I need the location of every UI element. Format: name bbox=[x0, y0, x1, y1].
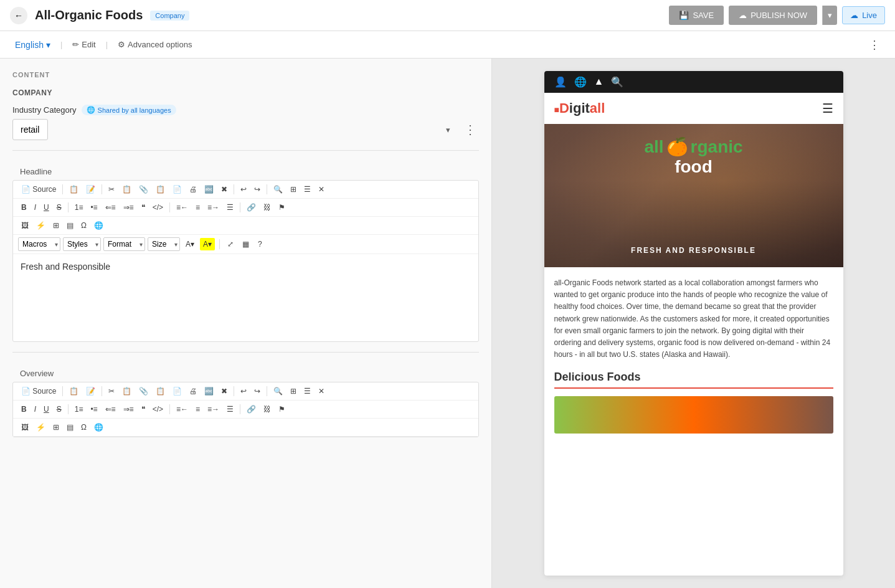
publish-arrow-button[interactable]: ▾ bbox=[822, 6, 837, 25]
clear-button[interactable]: ✕ bbox=[315, 183, 328, 196]
unordered-list-button[interactable]: •≡ bbox=[87, 201, 100, 214]
special-char-button[interactable]: Ω bbox=[78, 219, 90, 232]
advanced-options-button[interactable]: ⚙ Advanced options bbox=[113, 37, 197, 52]
save-button[interactable]: 💾 SAVE bbox=[669, 6, 724, 25]
ov-align-left-button[interactable]: ≡← bbox=[173, 403, 191, 415]
ov-paste-word-button[interactable]: 📄 bbox=[169, 385, 185, 397]
ov-outdent-button[interactable]: ⇐≡ bbox=[102, 403, 119, 415]
iframe-button[interactable]: ▤ bbox=[64, 219, 77, 232]
ov-cut-button[interactable]: ✂ bbox=[105, 385, 118, 397]
blockquote-button[interactable]: ❝ bbox=[138, 201, 148, 214]
live-button[interactable]: ☁ Live bbox=[842, 6, 885, 24]
ov-paste-button[interactable]: 📎 bbox=[136, 385, 151, 397]
indent-button[interactable]: ⇒≡ bbox=[120, 201, 137, 214]
templates-button[interactable]: 📝 bbox=[83, 183, 98, 196]
ov-copy-button[interactable]: 📋 bbox=[119, 385, 135, 397]
paste-button[interactable]: 📎 bbox=[136, 183, 151, 196]
ov-undo-button[interactable]: ↩ bbox=[237, 385, 250, 397]
italic-button[interactable]: I bbox=[31, 201, 39, 214]
ov-paste-text-button[interactable]: 📋 bbox=[153, 385, 168, 397]
ov-clear-button[interactable]: ✕ bbox=[315, 385, 328, 397]
ov-italic-button[interactable]: I bbox=[31, 403, 39, 415]
copy-button[interactable]: 📋 bbox=[119, 183, 135, 196]
align-button[interactable]: ☰ bbox=[301, 183, 314, 196]
ov-spell-button[interactable]: 🔤 bbox=[201, 385, 217, 397]
ov-redo-button[interactable]: ↪ bbox=[251, 385, 263, 397]
macros-dropdown[interactable]: Macros bbox=[18, 237, 60, 251]
ov-ordered-list-button[interactable]: 1≡ bbox=[72, 403, 87, 415]
row-options-button[interactable]: ⋮ bbox=[462, 120, 479, 140]
ov-web-button[interactable]: 🌐 bbox=[91, 421, 107, 434]
outdent-button[interactable]: ⇐≡ bbox=[102, 201, 119, 214]
select-all-button[interactable]: ⊞ bbox=[287, 183, 300, 196]
ov-bold-button[interactable]: B bbox=[18, 403, 30, 415]
edit-button[interactable]: ✏ Edit bbox=[67, 37, 100, 52]
ov-table-button[interactable]: ⊞ bbox=[50, 421, 62, 434]
maximize-button[interactable]: ⤢ bbox=[224, 238, 237, 250]
ov-anchor-button[interactable]: ⚑ bbox=[275, 403, 288, 415]
anchor-button[interactable]: ⚑ bbox=[275, 201, 288, 214]
underline-button[interactable]: U bbox=[40, 201, 52, 214]
ov-align-right-button[interactable]: ≡→ bbox=[204, 403, 222, 415]
image-button[interactable]: 🖼 bbox=[18, 219, 32, 232]
paste-text-button[interactable]: 📋 bbox=[153, 183, 168, 196]
ov-find-button[interactable]: 🔍 bbox=[270, 385, 286, 397]
ov-strikethrough-button[interactable]: S bbox=[54, 403, 65, 415]
web-button[interactable]: 🌐 bbox=[91, 219, 107, 232]
align-right-button[interactable]: ≡→ bbox=[204, 201, 222, 214]
ov-remove-format-button[interactable]: ✖ bbox=[218, 385, 230, 397]
ov-print-button[interactable]: 🖨 bbox=[186, 385, 200, 397]
ov-iframe-button[interactable]: ▤ bbox=[64, 421, 77, 434]
bg-color-button[interactable]: A▾ bbox=[200, 238, 215, 250]
ov-new-doc-button[interactable]: 📋 bbox=[66, 385, 82, 397]
ov-underline-button[interactable]: U bbox=[40, 403, 52, 415]
more-options-button[interactable]: ⋮ bbox=[864, 36, 885, 54]
ov-indent-button[interactable]: ⇒≡ bbox=[120, 403, 137, 415]
strikethrough-button[interactable]: S bbox=[54, 201, 65, 214]
link-button[interactable]: 🔗 bbox=[244, 201, 259, 214]
ov-special-char-button[interactable]: Ω bbox=[78, 421, 90, 434]
remove-format-button[interactable]: ✖ bbox=[218, 183, 230, 196]
size-dropdown[interactable]: Size bbox=[148, 237, 180, 251]
ov-align-center-button[interactable]: ≡ bbox=[192, 403, 203, 415]
spellcheck-button[interactable]: 🔤 bbox=[201, 183, 217, 196]
font-color-button[interactable]: A▾ bbox=[182, 238, 197, 250]
back-button[interactable]: ← bbox=[10, 7, 27, 24]
align-center-button[interactable]: ≡ bbox=[192, 201, 203, 214]
styles-dropdown[interactable]: Styles bbox=[63, 237, 101, 251]
ov-select-all-button[interactable]: ⊞ bbox=[287, 385, 300, 397]
new-doc-button[interactable]: 📋 bbox=[66, 183, 82, 196]
find-button[interactable]: 🔍 bbox=[270, 183, 286, 196]
flash-button[interactable]: ⚡ bbox=[33, 219, 49, 232]
bold-button[interactable]: B bbox=[18, 201, 30, 214]
paste-word-button[interactable]: 📄 bbox=[169, 183, 185, 196]
ov-blockquote-button[interactable]: ❝ bbox=[138, 403, 148, 415]
undo-button[interactable]: ↩ bbox=[237, 183, 250, 196]
table-button[interactable]: ⊞ bbox=[50, 219, 62, 232]
print-button[interactable]: 🖨 bbox=[186, 183, 200, 196]
publish-button[interactable]: ☁ PUBLISH NOW bbox=[729, 6, 817, 25]
source-button[interactable]: 📄 Source bbox=[18, 183, 59, 196]
ov-link-button[interactable]: 🔗 bbox=[244, 403, 259, 415]
ov-code-button[interactable]: </> bbox=[149, 403, 166, 415]
align-left-button[interactable]: ≡← bbox=[173, 201, 191, 214]
ov-templates-button[interactable]: 📝 bbox=[83, 385, 98, 397]
justify-button[interactable]: ☰ bbox=[224, 201, 237, 214]
ov-justify-button[interactable]: ☰ bbox=[224, 403, 237, 415]
unlink-button[interactable]: ⛓ bbox=[260, 201, 274, 214]
format-dropdown[interactable]: Format bbox=[103, 237, 145, 251]
ov-align-button[interactable]: ☰ bbox=[301, 385, 314, 397]
ov-flash-button[interactable]: ⚡ bbox=[33, 421, 49, 434]
ov-unlink-button[interactable]: ⛓ bbox=[260, 403, 274, 415]
help-button[interactable]: ? bbox=[255, 238, 265, 250]
cut-button[interactable]: ✂ bbox=[105, 183, 118, 196]
ov-source-button[interactable]: 📄 Source bbox=[18, 385, 59, 397]
redo-button[interactable]: ↪ bbox=[251, 183, 263, 196]
ov-unordered-list-button[interactable]: •≡ bbox=[87, 403, 100, 415]
ordered-list-button[interactable]: 1≡ bbox=[72, 201, 87, 214]
headline-content[interactable]: Fresh and Responsible bbox=[13, 254, 478, 341]
industry-select[interactable]: retail bbox=[12, 119, 48, 140]
code-button[interactable]: </> bbox=[149, 201, 166, 214]
blocks-button[interactable]: ▦ bbox=[239, 238, 252, 250]
ov-image-button[interactable]: 🖼 bbox=[18, 421, 32, 434]
